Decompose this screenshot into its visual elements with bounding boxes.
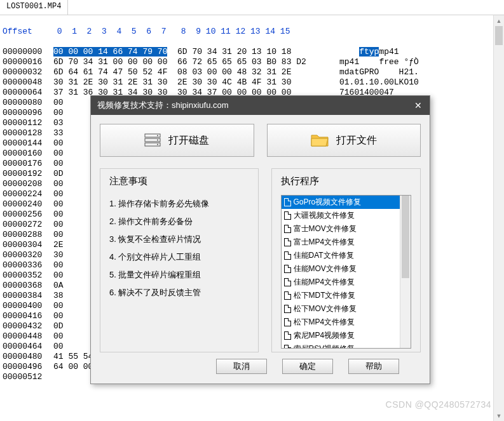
file-icon — [284, 305, 291, 313]
file-icon — [284, 318, 291, 326]
open-disk-button[interactable]: 打开磁盘 — [100, 124, 254, 157]
file-icon — [284, 225, 291, 233]
programs-title: 执行程序 — [281, 175, 421, 187]
hex-header: Offset 0 1 2 3 4 5 6 7 8 9 10 11 12 13 1… — [3, 27, 504, 37]
program-item[interactable]: 富士MOV文件修复 — [282, 222, 411, 236]
watermark-text: CSDN @QQ2480572734 — [386, 399, 491, 410]
file-icon — [284, 345, 291, 349]
notes-item: 3. 恢复不全检查碎片情况 — [109, 231, 249, 248]
svg-point-4 — [157, 140, 158, 141]
program-item[interactable]: 佳能MOV文件修复 — [282, 262, 411, 276]
svg-point-3 — [157, 135, 158, 137]
dialog-titlebar[interactable]: 视频修复技术支持：shipinxiufu.com ✕ — [91, 96, 430, 115]
repair-dialog: 视频修复技术支持：shipinxiufu.com ✕ 打开磁盘 打开文件 注意事… — [90, 95, 430, 384]
notes-item: 4. 个别文件碎片人工重组 — [109, 248, 249, 266]
open-file-label: 打开文件 — [336, 134, 377, 147]
notes-panel: 注意事项 1. 操作存储卡前务必先镜像2. 操作文件前务必备份3. 恢复不全检查… — [100, 168, 259, 352]
file-icon — [284, 251, 291, 260]
notes-list: 1. 操作存储卡前务必先镜像2. 操作文件前务必备份3. 恢复不全检查碎片情况4… — [109, 195, 249, 302]
file-icon — [284, 211, 291, 220]
svg-point-5 — [157, 144, 158, 145]
cancel-button[interactable]: 取消 — [216, 359, 267, 374]
notes-item: 2. 操作文件前务必备份 — [109, 213, 249, 231]
open-file-button[interactable]: 打开文件 — [267, 124, 421, 157]
program-item[interactable]: 松下MOV文件修复 — [282, 302, 411, 316]
hex-row: 000000326D 64 61 74 47 50 52 4F 08 03 00… — [3, 67, 504, 77]
program-item[interactable]: 富士MP4文件修复 — [282, 236, 411, 249]
file-tab[interactable]: LOST0001.MP4 — [0, 0, 68, 15]
notes-item: 1. 操作存储卡前务必先镜像 — [109, 195, 249, 213]
vertical-scrollbar[interactable]: ▲ ▼ — [493, 15, 504, 421]
program-item[interactable]: 大疆视频文件修复 — [282, 209, 411, 222]
listbox-scroll-thumb[interactable] — [402, 196, 409, 278]
dialog-title-text: 视频修复技术支持：shipinxiufu.com — [97, 100, 229, 111]
file-icon — [284, 238, 291, 246]
listbox-scrollbar[interactable] — [400, 196, 411, 348]
program-item[interactable]: 佳能DAT文件修复 — [282, 249, 411, 262]
disk-icon — [144, 133, 161, 147]
program-item[interactable]: 松下MP4文件修复 — [282, 316, 411, 329]
close-icon[interactable]: ✕ — [412, 99, 425, 112]
file-icon — [284, 265, 291, 273]
open-disk-label: 打开磁盘 — [168, 134, 209, 147]
program-item[interactable]: GoPro视频文件修复 — [282, 196, 411, 209]
program-item[interactable]: 索尼MP4视频修复 — [282, 329, 411, 342]
program-item[interactable]: 索尼RSV视频修复 — [282, 342, 411, 349]
ok-button[interactable]: 确定 — [282, 359, 333, 374]
folder-icon — [311, 133, 329, 147]
notes-item: 6. 解决不了及时反馈主管 — [109, 284, 249, 302]
program-item[interactable]: 佳能MP4文件修复 — [282, 276, 411, 289]
hex-row: 000000166D 70 34 31 00 00 00 00 66 72 65… — [3, 57, 504, 67]
scroll-thumb[interactable] — [495, 26, 503, 45]
file-icon — [284, 198, 291, 206]
programs-panel: 执行程序 GoPro视频文件修复大疆视频文件修复富士MOV文件修复富士MP4文件… — [271, 168, 421, 352]
hex-row: 0000004830 31 2E 30 31 2E 31 30 2E 30 30… — [3, 77, 504, 88]
scroll-down-icon[interactable]: ▼ — [494, 410, 504, 421]
hex-row: 0000000000 00 00 14 66 74 79 70 6D 70 34… — [3, 47, 504, 57]
file-icon — [284, 331, 291, 340]
help-button[interactable]: 帮助 — [348, 359, 399, 374]
notes-item: 5. 批量文件碎片编程重组 — [109, 266, 249, 284]
tab-bar: LOST0001.MP4 — [0, 0, 504, 15]
scroll-up-icon[interactable]: ▲ — [494, 15, 504, 26]
notes-title: 注意事项 — [109, 175, 249, 187]
programs-listbox[interactable]: GoPro视频文件修复大疆视频文件修复富士MOV文件修复富士MP4文件修复佳能D… — [281, 195, 412, 349]
program-item[interactable]: 松下MDT文件修复 — [282, 289, 411, 302]
file-icon — [284, 278, 291, 286]
file-icon — [284, 291, 291, 300]
